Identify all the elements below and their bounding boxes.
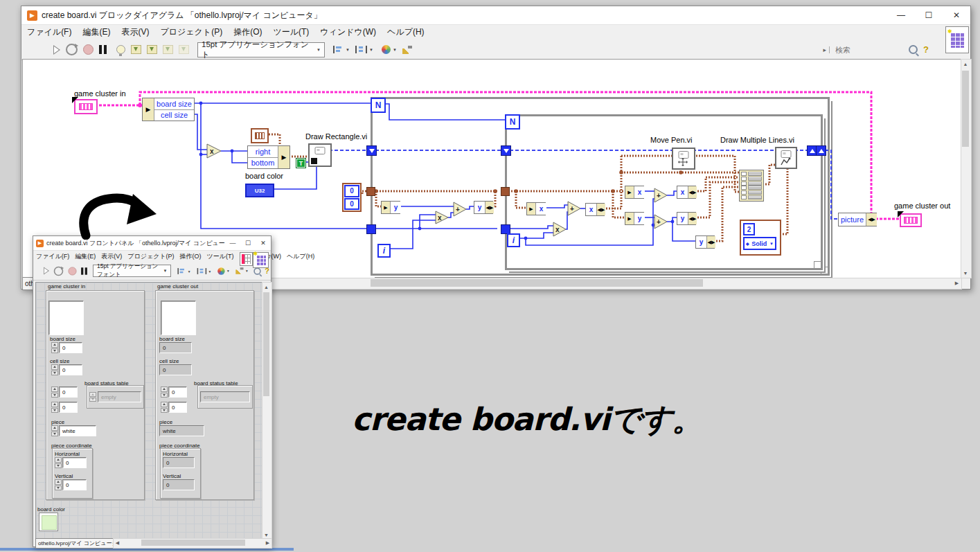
bundle-field-picture[interactable]: picture <box>839 213 866 226</box>
spinner[interactable] <box>55 479 62 490</box>
close-button[interactable]: ✕ <box>256 236 271 250</box>
step-over-button[interactable] <box>163 45 173 54</box>
board-color-terminal[interactable]: U32 <box>245 184 274 197</box>
move-pen-vi[interactable] <box>672 148 695 170</box>
pause-button[interactable] <box>99 45 107 54</box>
step-out-button[interactable] <box>179 45 189 54</box>
minimize-button[interactable]: — <box>225 236 240 250</box>
cell-size-field[interactable]: 0 <box>59 364 82 375</box>
bst-index2-field[interactable]: 0 <box>59 402 78 413</box>
unbundle-y-node[interactable]: ▶ y <box>381 201 400 214</box>
game-cluster-in-terminal[interactable] <box>74 99 98 114</box>
build-array-node[interactable] <box>739 170 764 202</box>
spinner[interactable] <box>51 342 58 353</box>
run-button[interactable] <box>53 45 60 55</box>
distribute-objects-dropdown[interactable]: ▼ <box>355 46 373 53</box>
bst-index2-field[interactable]: 0 <box>168 402 187 413</box>
menu-window[interactable]: ウィンドウ(W) <box>314 26 382 38</box>
step-into-button[interactable] <box>147 45 157 54</box>
scroll-up-arrow[interactable]: ▲ <box>262 283 270 291</box>
horizontal-control[interactable]: 0 <box>55 457 87 468</box>
spinner[interactable] <box>161 386 168 398</box>
pen-style-dropdown[interactable]: ◆ Solid ▼ <box>743 237 776 250</box>
bst-index2-control[interactable]: 0 <box>51 402 78 413</box>
menu-operate[interactable]: 操作(O) <box>177 252 204 261</box>
point-constant-0-0[interactable]: 0 0 <box>342 183 362 212</box>
scroll-thumb[interactable] <box>371 279 703 287</box>
loop-count-terminal-inner[interactable]: N <box>505 114 520 130</box>
loop-count-terminal-outer[interactable]: N <box>371 98 386 113</box>
bundle-by-name-node[interactable]: right bottom ▶ <box>247 145 290 169</box>
constant-zero[interactable]: 0 <box>344 185 359 197</box>
bst-index1-control[interactable]: 0 <box>51 386 78 398</box>
spinner-up-arrow[interactable] <box>55 479 62 485</box>
constant-zero[interactable]: 0 <box>344 198 359 211</box>
bundle-x-node[interactable]: x ◀▶ <box>585 203 605 216</box>
iteration-terminal-outer[interactable]: i <box>377 244 391 258</box>
spinner-up-arrow[interactable] <box>51 402 58 407</box>
scroll-down-arrow[interactable]: ▼ <box>961 269 970 278</box>
spinner[interactable] <box>51 425 58 436</box>
bst-index1-field[interactable]: 0 <box>168 386 187 398</box>
vertical-control[interactable]: 0 <box>55 479 87 490</box>
board-color-box[interactable] <box>39 513 58 531</box>
spinner-up-arrow[interactable] <box>51 386 58 392</box>
maximize-button[interactable]: ☐ <box>915 6 943 24</box>
close-button[interactable]: ✕ <box>943 6 970 24</box>
menu-edit[interactable]: 編集(E) <box>77 26 116 38</box>
fp-horizontal-scrollbar[interactable]: ◀ ▶ <box>113 538 272 549</box>
search-icon[interactable] <box>909 45 918 54</box>
unbundle-y2-node[interactable]: ▶ y <box>625 212 644 225</box>
iteration-terminal-inner[interactable]: i <box>507 233 520 247</box>
bundle-y-node[interactable]: y ◀▶ <box>474 201 493 214</box>
menu-view[interactable]: 表示(V) <box>98 252 125 261</box>
front-panel-canvas[interactable]: game cluster in board size 0 cell size 0… <box>35 282 263 540</box>
tunnel-cluster-outer[interactable] <box>366 187 375 196</box>
menu-edit[interactable]: 編集(E) <box>72 252 98 261</box>
vi-icon[interactable] <box>945 26 969 53</box>
draw-rectangle-vi[interactable] <box>308 143 332 167</box>
cell-size-control[interactable]: 0 <box>51 364 82 375</box>
menu-file[interactable]: ファイル(F) <box>21 26 77 38</box>
unbundle-field-board-size[interactable]: board size <box>154 98 194 110</box>
bd-vertical-scrollbar[interactable]: ▲ ▼ <box>961 59 972 278</box>
unbundle-by-name-node[interactable]: ▶ board size cell size <box>142 98 195 121</box>
font-selector[interactable]: 15pt アプリケーションフォント▼ <box>197 42 325 57</box>
menu-project[interactable]: プロジェクト(P) <box>154 26 228 38</box>
unbundle-field-cell-size[interactable]: cell size <box>154 110 194 121</box>
search-icon[interactable] <box>254 267 261 274</box>
bst-index1-field[interactable]: 0 <box>59 386 78 398</box>
piece-enum-control[interactable]: white <box>51 425 96 436</box>
pen-cluster-constant[interactable]: 2 ◆ Solid ▼ <box>740 220 781 256</box>
tunnel-numeric-outer[interactable] <box>366 224 376 234</box>
unbundle-x-node[interactable]: ▶ x <box>526 202 546 215</box>
menu-help[interactable]: ヘルプ(H) <box>284 252 317 261</box>
scroll-thumb[interactable] <box>263 292 269 396</box>
clean-up-diagram-button[interactable] <box>402 46 412 54</box>
spinner-up-arrow[interactable] <box>55 457 62 463</box>
piece-field[interactable]: white <box>59 425 96 436</box>
board-size-control[interactable]: 0 <box>51 342 82 353</box>
run-continuously-button[interactable] <box>54 266 64 276</box>
bundle-y2-node[interactable]: y ◀▶ <box>677 212 696 225</box>
align-objects-dropdown[interactable]: ▼ <box>178 268 191 274</box>
highlight-execution-button[interactable] <box>116 45 125 54</box>
bundle-picture-node[interactable]: picture ◀▶ <box>838 213 877 226</box>
fp-vertical-scrollbar[interactable]: ▲ ▼ <box>262 282 272 540</box>
scroll-up-arrow[interactable]: ▲ <box>961 60 970 69</box>
menu-file[interactable]: ファイル(F) <box>33 252 72 261</box>
run-button[interactable] <box>44 267 49 274</box>
bundle-field-bottom[interactable]: bottom <box>248 158 278 169</box>
game-cluster-out-terminal[interactable] <box>900 213 922 227</box>
menu-project[interactable]: プロジェクト(P) <box>125 252 177 261</box>
bst-index2-control[interactable]: 0 <box>161 402 187 413</box>
bundle-field-right[interactable]: right <box>248 146 278 158</box>
search-input[interactable] <box>834 45 906 55</box>
spinner-down-arrow[interactable] <box>51 348 58 354</box>
menu-tools[interactable]: ツール(T) <box>267 26 314 38</box>
resize-objects-dropdown[interactable]: ▼ <box>218 267 231 274</box>
maximize-button[interactable]: ☐ <box>240 236 256 250</box>
minimize-button[interactable]: — <box>887 6 915 24</box>
vi-icon[interactable] <box>253 252 269 268</box>
board-size-field[interactable]: 0 <box>59 342 82 353</box>
